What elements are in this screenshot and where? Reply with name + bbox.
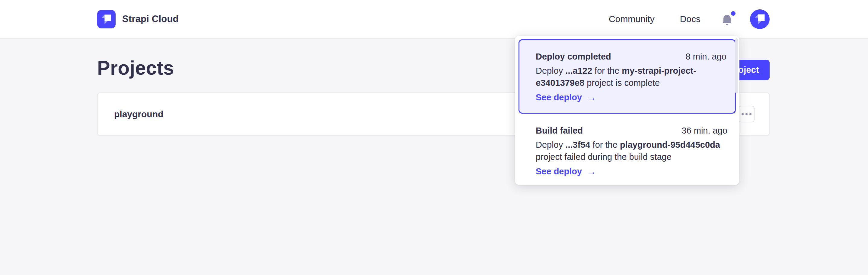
- notification-timestamp: 36 min. ago: [681, 126, 727, 136]
- project-name: playground: [114, 109, 163, 119]
- app-window: Strapi Cloud Community Docs Projects Cre…: [0, 0, 868, 275]
- ellipsis-icon: [742, 113, 751, 115]
- user-avatar[interactable]: [750, 9, 770, 29]
- bell-icon: [722, 13, 733, 26]
- notifications-popover: Deploy completed 8 min. ago Deploy ...a1…: [515, 36, 739, 185]
- arrow-right-icon: →: [587, 167, 596, 176]
- brand-home-link[interactable]: Strapi Cloud: [97, 10, 179, 28]
- notification-timestamp: 8 min. ago: [686, 52, 726, 62]
- notification-title: Build failed: [536, 126, 583, 136]
- arrow-right-icon: →: [587, 93, 596, 102]
- notification-item[interactable]: Deploy completed 8 min. ago Deploy ...a1…: [519, 39, 736, 114]
- notifications-bell-button[interactable]: [722, 12, 734, 26]
- notification-title: Deploy completed: [536, 52, 611, 62]
- nav-link-docs[interactable]: Docs: [680, 14, 701, 24]
- page-title: Projects: [97, 57, 174, 79]
- top-navbar: Strapi Cloud Community Docs: [0, 0, 868, 39]
- strapi-logo-icon: [97, 10, 116, 28]
- unread-dot: [731, 11, 736, 16]
- notification-message: Deploy ...3f54 for the playground-95d445…: [536, 139, 727, 163]
- see-deploy-link[interactable]: See deploy →: [536, 92, 596, 103]
- notification-list: Deploy completed 8 min. ago Deploy ...a1…: [519, 39, 736, 185]
- nav-link-community[interactable]: Community: [609, 14, 655, 24]
- project-more-button[interactable]: [739, 106, 754, 122]
- top-nav-links: Community Docs: [609, 9, 770, 29]
- notification-item[interactable]: Build failed 36 min. ago Deploy ...3f54 …: [519, 115, 736, 185]
- scrollbar-thumb[interactable]: [735, 38, 738, 93]
- brand-name: Strapi Cloud: [122, 13, 179, 25]
- notification-message: Deploy ...a122 for the my-strapi-project…: [536, 65, 726, 89]
- avatar-strapi-icon: [751, 10, 769, 28]
- see-deploy-link[interactable]: See deploy →: [536, 166, 596, 176]
